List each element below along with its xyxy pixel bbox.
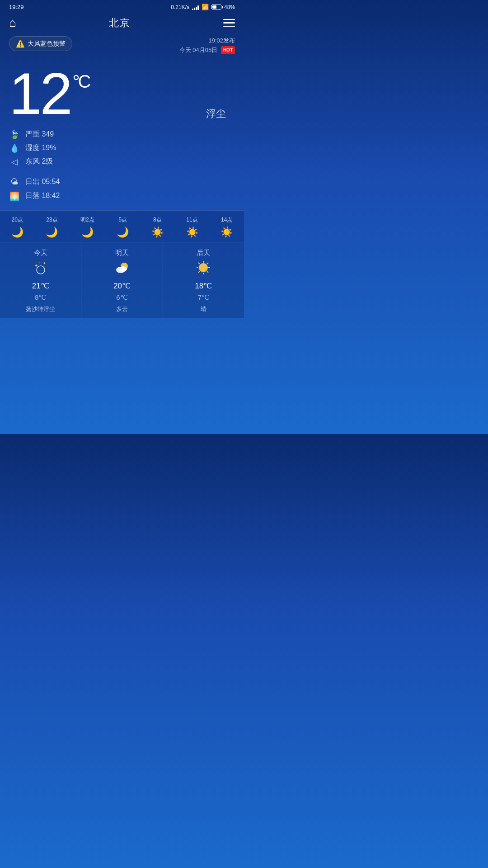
current-date: 今天 04月05日 HOT	[179, 46, 235, 55]
daily-low: 6℃	[116, 293, 127, 302]
weather-details: 🍃 严重 349 💧 湿度 19% ◁ 东风 2级	[0, 125, 244, 174]
moon-icon: 🌙	[117, 226, 129, 238]
daily-item-tomorrow: 明天 20℃ 6℃ 多云	[81, 242, 163, 318]
daily-high: 21℃	[32, 281, 49, 291]
hourly-item: 14点 ☀️	[221, 216, 233, 238]
temp-value: 12	[9, 64, 71, 123]
status-bar: 19:29 0.21K/s 📶 48%	[0, 0, 244, 12]
moon-icon: 🌙	[81, 226, 94, 238]
signal-icon	[192, 5, 199, 10]
sunrise-icon: 🌤	[9, 177, 20, 187]
daily-weather-icon: ✦ ✦ ✧	[33, 260, 48, 278]
svg-line-13	[207, 271, 208, 273]
hourly-item: 23点 🌙	[46, 216, 58, 238]
sunset-label: 日落 18:42	[25, 191, 60, 201]
daily-desc: 多云	[116, 305, 128, 313]
city-title[interactable]: 北京	[109, 16, 131, 30]
daily-high: 20℃	[113, 281, 131, 291]
hourly-time: 11点	[186, 216, 197, 224]
humidity-icon: 💧	[9, 143, 20, 153]
sunrise-label: 日出 05:54	[25, 177, 60, 187]
status-right: 0.21K/s 📶 48%	[171, 4, 235, 10]
sun-times: 🌤 日出 05:54 🌅 日落 18:42	[0, 174, 244, 210]
alert-badge[interactable]: ⚠️ 大风蓝色预警	[9, 36, 72, 51]
sunset-icon: 🌅	[9, 191, 20, 201]
battery-icon	[211, 5, 221, 9]
temp-unit: °C	[73, 72, 89, 90]
moon-icon: 🌙	[46, 226, 58, 238]
svg-text:✧: ✧	[38, 261, 41, 264]
daily-forecast: 今天 ✦ ✦ ✧ 21℃ 8℃ 扬沙转浮尘 明天 20℃ 6℃ 多云	[0, 242, 244, 318]
daily-item-today: 今天 ✦ ✦ ✧ 21℃ 8℃ 扬沙转浮尘	[0, 242, 81, 318]
sun-icon: ☀️	[151, 226, 164, 238]
svg-text:✦: ✦	[43, 261, 46, 265]
app-header: ⌂ 北京	[0, 12, 244, 34]
wifi-icon: 📶	[202, 4, 209, 10]
big-temperature: 12 °C	[9, 64, 235, 123]
daily-weather-icon	[114, 260, 130, 278]
warning-icon: ⚠️	[16, 39, 25, 48]
sun-icon: ☀️	[221, 226, 233, 238]
daily-low: 7℃	[198, 293, 209, 302]
wind-label: 东风 2级	[25, 157, 53, 166]
leaf-icon: 🍃	[9, 130, 20, 140]
daily-label: 后天	[197, 249, 210, 257]
hourly-time: 明2点	[80, 216, 94, 224]
daily-item-dayafter: 后天 18℃ 7℃ 晴	[163, 242, 244, 318]
status-time: 19:29	[9, 4, 24, 10]
menu-button[interactable]	[223, 19, 235, 27]
humidity-row: 💧 湿度 19%	[9, 143, 235, 153]
hourly-time: 8点	[153, 216, 162, 224]
svg-line-12	[198, 263, 200, 264]
wind-row: ◁ 东风 2级	[9, 157, 235, 167]
sunset-row: 🌅 日落 18:42	[9, 191, 235, 201]
svg-line-15	[198, 271, 200, 273]
daily-weather-icon	[196, 260, 211, 278]
humidity-label: 湿度 19%	[25, 143, 56, 153]
daily-desc: 扬沙转浮尘	[26, 305, 55, 313]
aqi-row: 🍃 严重 349	[9, 130, 235, 140]
hourly-time: 14点	[221, 216, 232, 224]
hourly-forecast: 20点 🌙 23点 🌙 明2点 🌙 5点 🌙 8点 ☀️ 11点 ☀️ 14点 …	[0, 210, 244, 242]
daily-label: 今天	[34, 249, 47, 257]
alert-row: ⚠️ 大风蓝色预警 19:02发布 今天 04月05日 HOT	[0, 34, 244, 60]
wind-icon: ◁	[9, 157, 20, 167]
home-button[interactable]: ⌂	[9, 16, 16, 30]
daily-label: 明天	[115, 249, 129, 257]
alert-text: 大风蓝色预警	[28, 40, 66, 48]
hourly-time: 5点	[118, 216, 127, 224]
network-speed: 0.21K/s	[171, 4, 189, 10]
weather-description: 浮尘	[206, 107, 226, 121]
hot-badge: HOT	[221, 46, 235, 54]
svg-line-14	[207, 263, 208, 264]
hourly-time: 20点	[12, 216, 23, 224]
svg-point-6	[120, 266, 127, 272]
hourly-item: 明2点 🌙	[80, 216, 94, 238]
battery-percent: 48%	[224, 4, 235, 10]
moon-icon: 🌙	[11, 226, 23, 238]
temperature-section: 12 °C 浮尘	[0, 60, 244, 125]
hourly-item: 8点 ☀️	[151, 216, 164, 238]
sunrise-row: 🌤 日出 05:54	[9, 177, 235, 187]
publish-time: 19:02发布	[179, 36, 235, 46]
hourly-item: 11点 ☀️	[186, 216, 198, 238]
daily-low: 8℃	[35, 293, 46, 302]
daily-high: 18℃	[195, 281, 212, 291]
hourly-item: 5点 🌙	[117, 216, 129, 238]
svg-text:✦: ✦	[34, 263, 38, 268]
sun-icon: ☀️	[186, 226, 198, 238]
hourly-item: 20点 🌙	[11, 216, 23, 238]
hourly-time: 23点	[46, 216, 57, 224]
daily-desc: 晴	[201, 305, 206, 313]
svg-point-7	[199, 263, 208, 272]
aqi-label: 严重 349	[25, 130, 54, 139]
date-info: 19:02发布 今天 04月05日 HOT	[179, 36, 235, 55]
